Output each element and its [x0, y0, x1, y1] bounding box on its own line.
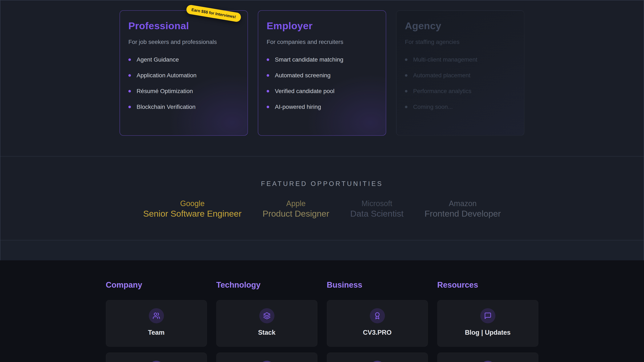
layers-icon — [259, 308, 274, 323]
plan-feature-list: Agent Guidance Application Automation Ré… — [128, 56, 239, 110]
footer-column-business: Business CV3.PRO — [327, 280, 428, 362]
feature-label: Performance analytics — [413, 88, 472, 95]
plan-card-agency: Agency For staffing agencies Multi-clien… — [396, 10, 524, 136]
plan-card-employer[interactable]: Employer For companies and recruiters Sm… — [258, 10, 386, 136]
footer-card-partial[interactable] — [106, 353, 207, 362]
bullet-dot-icon — [128, 58, 131, 61]
job-title: Senior Software Engineer — [143, 208, 242, 219]
plan-feature: Résumé Optimization — [128, 88, 239, 95]
bullet-dot-icon — [128, 74, 131, 77]
featured-row: Google Senior Software Engineer Apple Pr… — [0, 199, 644, 219]
plans-section: Earn $$$ for Interviews! Professional Fo… — [0, 0, 644, 157]
job-title: Frontend Developer — [424, 208, 501, 219]
plan-title: Professional — [128, 20, 239, 31]
plan-feature: Performance analytics — [405, 88, 516, 95]
featured-job-amazon[interactable]: Amazon Frontend Developer — [424, 199, 501, 219]
bullet-dot-icon — [128, 106, 131, 108]
bullet-dot-icon — [405, 90, 408, 92]
speech-bubble-icon — [480, 308, 496, 323]
plan-feature: AI-powered hiring — [267, 104, 377, 110]
footer: Company Team Technology Stack — [0, 260, 644, 362]
plan-feature-list: Smart candidate matching Automated scree… — [267, 56, 377, 110]
feature-label: AI-powered hiring — [275, 104, 321, 110]
plan-feature: Agent Guidance — [128, 56, 239, 63]
plan-subtitle: For companies and recruiters — [267, 39, 377, 45]
upper-sections: Earn $$$ for Interviews! Professional Fo… — [0, 0, 644, 260]
bullet-dot-icon — [405, 58, 408, 61]
feature-label: Automated screening — [275, 72, 331, 79]
landing-page: Earn $$$ for Interviews! Professional Fo… — [0, 0, 644, 362]
featured-job-google[interactable]: Google Senior Software Engineer — [143, 199, 242, 219]
job-company: Google — [143, 199, 242, 208]
feature-label: Application Automation — [136, 72, 196, 79]
featured-heading: FEATURED OPPORTUNITIES — [0, 157, 644, 188]
plan-feature: Automated placement — [405, 72, 516, 79]
feature-label: Blockchain Verification — [136, 104, 196, 110]
footer-card-partial[interactable] — [216, 353, 317, 362]
plan-feature: Coming soon... — [405, 104, 516, 110]
plan-feature: Multi-client management — [405, 56, 516, 63]
plan-subtitle: For staffing agencies — [405, 39, 516, 45]
award-icon — [370, 308, 385, 323]
plan-feature-list: Multi-client management Automated placem… — [405, 56, 516, 110]
feature-label: Multi-client management — [413, 56, 477, 63]
footer-heading: Technology — [216, 280, 317, 290]
bullet-dot-icon — [267, 74, 269, 77]
footer-card-cv3pro[interactable]: CV3.PRO — [327, 300, 428, 347]
footer-heading: Resources — [437, 280, 538, 290]
hidden-icon — [370, 361, 385, 362]
footer-column-technology: Technology Stack — [216, 280, 317, 362]
plan-feature: Blockchain Verification — [128, 104, 239, 110]
feature-label: Coming soon... — [413, 104, 453, 110]
plan-feature: Automated screening — [267, 72, 377, 79]
job-company: Microsoft — [350, 199, 404, 208]
hidden-icon — [480, 361, 496, 362]
feature-label: Agent Guidance — [136, 56, 179, 63]
plan-title: Employer — [267, 20, 377, 31]
job-title: Data Scientist — [350, 208, 404, 219]
featured-section: FEATURED OPPORTUNITIES Google Senior Sof… — [0, 157, 644, 240]
feature-label: Résumé Optimization — [136, 88, 193, 95]
plan-subtitle: For job seekers and professionals — [128, 39, 239, 45]
plans-row: Professional For job seekers and profess… — [0, 0, 644, 136]
footer-card-team[interactable]: Team — [106, 300, 207, 347]
bullet-dot-icon — [267, 106, 269, 108]
footer-card-blog[interactable]: Blog | Updates — [437, 300, 538, 347]
plan-card-professional[interactable]: Professional For job seekers and profess… — [120, 10, 248, 136]
bullet-dot-icon — [267, 58, 269, 61]
footer-card-stack[interactable]: Stack — [216, 300, 317, 347]
footer-card-label: Blog | Updates — [438, 329, 538, 336]
feature-label: Verified candidate pool — [275, 88, 334, 95]
bullet-dot-icon — [267, 90, 269, 92]
footer-card-label: Team — [106, 329, 207, 336]
bullet-dot-icon — [405, 74, 408, 77]
footer-column-company: Company Team — [106, 280, 207, 362]
users-icon — [149, 308, 164, 323]
hidden-icon — [259, 361, 274, 362]
footer-card-label: CV3.PRO — [327, 329, 428, 336]
job-company: Apple — [263, 199, 329, 208]
feature-label: Smart candidate matching — [275, 56, 343, 63]
footer-heading: Business — [327, 280, 428, 290]
plan-feature: Smart candidate matching — [267, 56, 377, 63]
plan-title: Agency — [405, 20, 516, 31]
plan-feature: Application Automation — [128, 72, 239, 79]
job-company: Amazon — [424, 199, 501, 208]
hidden-icon — [149, 361, 164, 362]
featured-job-microsoft[interactable]: Microsoft Data Scientist — [350, 199, 404, 219]
feature-label: Automated placement — [413, 72, 470, 79]
bullet-dot-icon — [405, 106, 408, 108]
bullet-dot-icon — [128, 90, 131, 92]
job-title: Product Designer — [263, 208, 329, 219]
plan-feature: Verified candidate pool — [267, 88, 377, 95]
footer-column-resources: Resources Blog | Updates — [437, 280, 538, 362]
featured-job-apple[interactable]: Apple Product Designer — [263, 199, 329, 219]
footer-grid: Company Team Technology Stack — [106, 280, 538, 362]
spacer-band — [0, 240, 644, 260]
footer-card-label: Stack — [216, 329, 317, 336]
footer-card-partial[interactable] — [327, 353, 428, 362]
footer-card-partial[interactable] — [437, 353, 538, 362]
footer-heading: Company — [106, 280, 207, 290]
